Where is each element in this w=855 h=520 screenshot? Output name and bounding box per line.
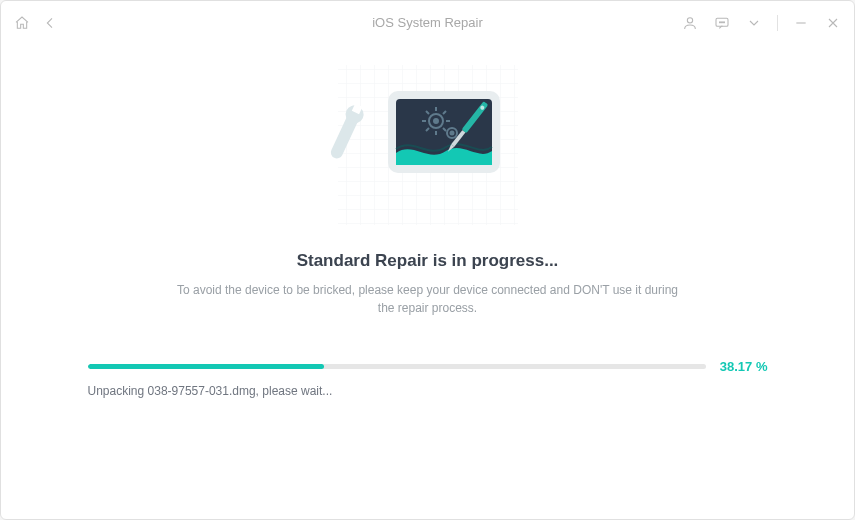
svg-point-12 (434, 119, 438, 123)
svg-point-2 (719, 21, 720, 22)
minimize-icon[interactable] (792, 14, 810, 32)
close-icon[interactable] (824, 14, 842, 32)
app-window: iOS System Repair (0, 0, 855, 520)
repair-illustration (318, 55, 538, 235)
titlebar-right (681, 14, 842, 32)
user-icon[interactable] (681, 14, 699, 32)
svg-point-4 (723, 21, 724, 22)
chevron-down-icon[interactable] (745, 14, 763, 32)
titlebar: iOS System Repair (1, 1, 854, 45)
progress-subtext: To avoid the device to be bricked, pleas… (168, 281, 688, 317)
content-area: Standard Repair is in progress... To avo… (1, 45, 854, 519)
svg-point-14 (450, 132, 453, 135)
progress-status-text: Unpacking 038-97557-031.dmg, please wait… (88, 384, 768, 398)
progress-bar-row: 38.17 % (88, 359, 768, 374)
progress-track (88, 364, 706, 369)
back-icon[interactable] (41, 14, 59, 32)
progress-percent-label: 38.17 % (720, 359, 768, 374)
progress-fill (88, 364, 324, 369)
svg-point-3 (721, 21, 722, 22)
home-icon[interactable] (13, 14, 31, 32)
titlebar-left (13, 14, 59, 32)
feedback-icon[interactable] (713, 14, 731, 32)
svg-point-0 (687, 17, 692, 22)
progress-heading: Standard Repair is in progress... (297, 251, 559, 271)
separator (777, 15, 778, 31)
